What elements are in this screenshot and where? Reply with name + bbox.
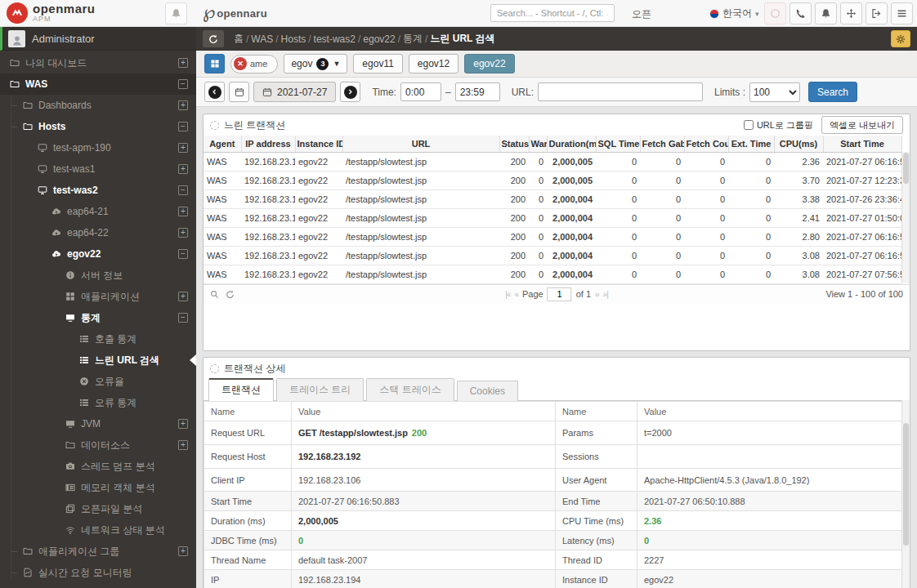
fullscreen-button[interactable] [840,2,862,24]
sidebar-item-realtime-monitor[interactable]: 실시간 요청 모니터링 [0,562,196,583]
breadcrumb-item-was[interactable]: WAS [251,33,273,45]
reload-grid-icon[interactable] [226,290,235,299]
expander-plus-icon[interactable]: + [178,546,188,556]
tab-cookies[interactable]: Cookies [457,381,518,401]
sidebar-item-eap64-22[interactable]: eap64-22+ [0,222,196,243]
sidebar-item-dashboards[interactable]: Dashboards+ [0,95,196,116]
column-header-sql_time[interactable]: SQL Time(ms) [596,136,640,152]
last-page-icon[interactable]: »| [603,290,608,299]
bell-button[interactable] [815,2,837,24]
sidebar-item-egov22[interactable]: egov22− [0,243,196,265]
expander-plus-icon[interactable]: + [178,207,188,216]
expander-plus-icon[interactable]: + [178,440,188,450]
table-row[interactable]: WAS192.168.23.19egov22/testapp/slowtest.… [204,208,901,227]
sidebar-item-test-apm-190[interactable]: test-apm-190+ [0,137,196,158]
expander-minus-icon[interactable]: − [178,249,188,259]
column-header-warning[interactable]: Warning [529,136,547,152]
next-page-icon[interactable]: » [595,290,599,299]
sidebar-item-slow-url-search[interactable]: 느린 URL 검색 [0,350,196,371]
table-row[interactable]: WAS192.168.23.19egov22/testapp/slowtest.… [204,265,901,283]
menu-button[interactable] [891,2,913,24]
user-label[interactable]: 오픈 [632,7,651,21]
time-to-input[interactable] [455,82,500,101]
column-header-ext_time[interactable]: Ext. Time [728,136,774,152]
first-page-icon[interactable]: |« [505,290,510,299]
expander-minus-icon[interactable]: − [178,122,188,131]
table-row[interactable]: WAS192.168.23.19egov22/testapp/slowtest.… [204,227,901,246]
expander-plus-icon[interactable]: + [178,58,188,68]
table-row[interactable]: WAS192.168.23.19egov22/testapp/slowtest.… [204,246,901,265]
chat-circle-button[interactable] [764,2,786,24]
export-excel-button[interactable]: 엑셀로 내보내기 [821,116,903,134]
expander-plus-icon[interactable]: + [178,419,188,429]
settings-button[interactable] [891,30,910,47]
table-row[interactable]: WAS192.168.23.19egov22/testapp/slowtest.… [204,171,901,189]
sidebar-item-app-group[interactable]: 애플리케이션 그룹+ [0,541,196,562]
search-button[interactable]: Search [808,82,857,102]
expander-minus-icon[interactable]: − [178,313,188,323]
sidebar-item-datasource[interactable]: 데이터소스+ [0,434,196,456]
column-header-fetch_count[interactable]: Fetch Count [684,136,728,152]
filter-tag-egov12[interactable]: egov12 [409,54,458,74]
page-input[interactable] [548,287,572,301]
date-picker-button[interactable]: 2021-07-27 [253,82,336,102]
sidebar-item-error-rate[interactable]: 오류율 [0,371,196,392]
table-row[interactable]: WAS192.168.23.19egov22/testapp/slowtest.… [204,189,901,208]
column-header-duration[interactable]: Duration(ms) [547,136,596,152]
table-row[interactable]: WAS192.168.23.19egov22/testapp/slowtest.… [204,152,901,171]
scrollbar-thumb[interactable] [903,153,909,184]
expander-plus-icon[interactable]: + [178,228,188,238]
tab-트랜잭션[interactable]: 트랜잭션 [208,378,274,401]
expander-plus-icon[interactable]: + [178,292,188,301]
column-header-instance[interactable]: Instance ID [295,136,342,152]
expander-minus-icon[interactable]: − [178,185,188,195]
egov-group-dropdown[interactable]: egov 3 ▼ [284,54,347,74]
sidebar-item-my-dashboard[interactable]: 나의 대시보드+ [0,52,196,74]
sidebar-item-server-info[interactable]: 서버 정보 [0,265,196,286]
limits-select[interactable]: 100 [749,82,800,102]
calendar-button[interactable] [229,82,249,102]
prev-page-icon[interactable]: « [514,290,518,299]
expander-plus-icon[interactable]: + [178,143,188,153]
column-header-start[interactable]: Start Time [823,136,901,152]
breadcrumb-item-test-was2[interactable]: test-was2 [314,33,356,45]
column-header-cpu[interactable]: CPU(ms) [774,136,823,152]
sidebar-item-was[interactable]: WAS− [0,74,196,95]
breadcrumb-item-통계[interactable]: 통계 [403,32,423,46]
group-by-url-checkbox[interactable] [744,120,754,130]
sidebar-item-memory-object[interactable]: 메모리 객체 분석 [0,477,196,498]
scrollbar-thumb[interactable] [903,423,909,546]
refresh-button[interactable] [203,30,224,47]
sidebar-item-statistics[interactable]: 통계− [0,307,196,328]
column-header-url[interactable]: URL [342,136,499,152]
filter-tag-egov11[interactable]: egov11 [353,54,402,74]
sidebar-user[interactable]: Administrator [0,27,196,51]
expander-plus-icon[interactable]: + [178,100,188,110]
phone-button[interactable] [790,2,812,24]
logout-button[interactable] [866,2,888,24]
column-header-status[interactable]: Status [499,136,529,152]
sidebar-item-thread-dump[interactable]: 스레드 덤프 분석 [0,456,196,477]
sidebar-item-test-was1[interactable]: test-was1+ [0,158,196,180]
sidebar-item-open-file[interactable]: 오픈파일 분석 [0,498,196,519]
detail-scrollbar[interactable] [901,400,910,588]
breadcrumb-item-egov22[interactable]: egov22 [363,33,395,45]
sidebar-item-jvm[interactable]: JVM+ [0,413,196,434]
sidebar-item-test-was2[interactable]: test-was2− [0,180,196,201]
url-input[interactable] [538,82,703,101]
expander-minus-icon[interactable]: − [178,79,188,89]
prev-day-button[interactable] [204,82,225,102]
sidebar-item-eap64-21[interactable]: eap64-21+ [0,201,196,222]
sidebar-item-call-stats[interactable]: 호출 통계 [0,328,196,350]
column-header-agent[interactable]: Agent [204,136,241,152]
table-scrollbar[interactable] [901,152,910,283]
sidebar-item-network-status[interactable]: 네트워크 상태 분석 [0,519,196,541]
expander-plus-icon[interactable]: + [178,164,188,174]
next-day-button[interactable] [340,82,360,102]
instance-grid-button[interactable] [204,54,225,74]
sidebar-item-applications[interactable]: 애플리케이션+ [0,286,196,307]
search-input[interactable] [490,4,615,22]
breadcrumb-item-느린-url-검색[interactable]: 느린 URL 검색 [430,32,494,46]
filter-tag-egov22[interactable]: egov22 [464,54,514,74]
sidebar-item-error-stats[interactable]: 오류 통계 [0,392,196,413]
